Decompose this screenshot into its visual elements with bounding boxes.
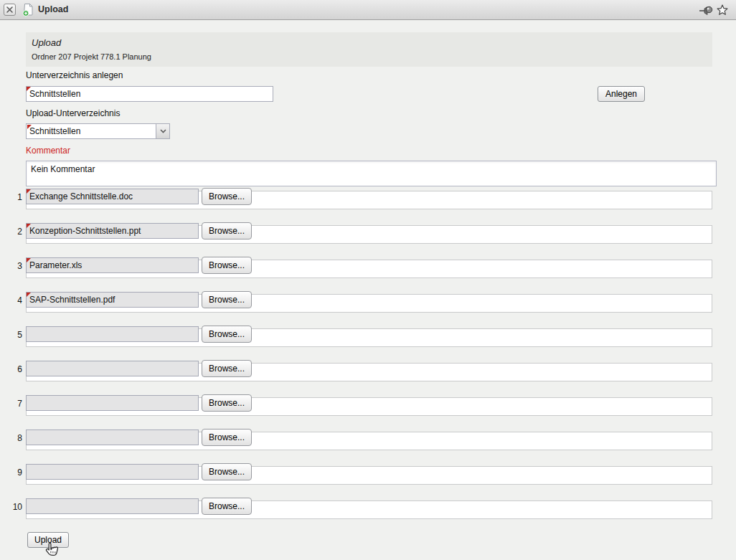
filename-input[interactable] bbox=[26, 498, 199, 514]
row-number: 2 bbox=[0, 227, 22, 237]
file-upload-row: 4 Browse... bbox=[0, 292, 717, 313]
filename-input[interactable] bbox=[26, 464, 199, 480]
kommentar-label: Kommentar bbox=[26, 146, 70, 156]
file-upload-row: 1 Browse... bbox=[0, 189, 717, 210]
browse-button[interactable]: Browse... bbox=[202, 326, 252, 343]
row-number: 4 bbox=[0, 295, 22, 305]
browse-button[interactable]: Browse... bbox=[202, 222, 252, 239]
file-upload-row: 2 Browse... bbox=[0, 223, 717, 245]
browse-button[interactable]: Browse... bbox=[202, 498, 252, 515]
file-field-wrap bbox=[26, 257, 199, 273]
subdir-create-field-wrap bbox=[26, 86, 273, 102]
filename-input[interactable] bbox=[26, 223, 199, 239]
filename-input[interactable] bbox=[26, 257, 199, 273]
file-upload-row: 7 Browse... bbox=[0, 395, 717, 417]
close-icon bbox=[6, 4, 14, 16]
file-field-wrap bbox=[26, 326, 199, 342]
file-field-wrap bbox=[26, 430, 199, 445]
file-upload-row: 10 Browse... bbox=[0, 498, 717, 520]
filename-input[interactable] bbox=[26, 292, 199, 308]
titlebar: Upload bbox=[0, 0, 736, 20]
file-field-wrap bbox=[26, 189, 199, 204]
file-field-wrap bbox=[26, 464, 199, 480]
filename-input[interactable] bbox=[26, 395, 199, 411]
file-upload-row: 6 Browse... bbox=[0, 361, 717, 382]
kommentar-textarea[interactable]: Kein Kommentar bbox=[26, 161, 717, 186]
browse-button[interactable]: Browse... bbox=[202, 394, 252, 412]
row-number: 7 bbox=[0, 399, 22, 409]
file-field-wrap bbox=[26, 223, 199, 239]
filename-input[interactable] bbox=[26, 189, 199, 204]
file-upload-row: 8 Browse... bbox=[0, 430, 717, 451]
filename-input[interactable] bbox=[26, 326, 199, 342]
subdir-create-input[interactable] bbox=[26, 86, 273, 102]
browse-button[interactable]: Browse... bbox=[202, 291, 252, 308]
form-title: Upload bbox=[32, 37, 707, 48]
add-document-icon bbox=[22, 3, 34, 16]
file-upload-row: 5 Browse... bbox=[0, 326, 717, 348]
browse-button[interactable]: Browse... bbox=[202, 360, 252, 377]
upload-button[interactable]: Upload bbox=[27, 532, 69, 548]
browse-button[interactable]: Browse... bbox=[202, 257, 252, 274]
anlegen-button[interactable]: Anlegen bbox=[598, 86, 645, 102]
upload-subdir-selected-value: Schnittstellen bbox=[29, 124, 80, 138]
browse-button[interactable]: Browse... bbox=[202, 188, 252, 205]
form-subtitle: Ordner 207 Projekt 778.1 Planung bbox=[32, 52, 707, 61]
row-number: 10 bbox=[0, 502, 22, 512]
filename-input[interactable] bbox=[26, 430, 199, 445]
close-button[interactable] bbox=[4, 4, 16, 16]
row-number: 8 bbox=[0, 433, 22, 443]
file-field-wrap bbox=[26, 498, 199, 514]
star-icon[interactable] bbox=[716, 4, 730, 16]
pin-icon[interactable] bbox=[699, 4, 713, 16]
file-field-wrap bbox=[26, 395, 199, 411]
file-upload-row: 3 Browse... bbox=[0, 257, 717, 279]
window-title: Upload bbox=[38, 0, 68, 19]
file-field-wrap bbox=[26, 292, 199, 308]
subdir-create-label: Unterverzeichnis anlegen bbox=[26, 70, 123, 80]
chevron-down-icon[interactable] bbox=[156, 124, 169, 138]
browse-button[interactable]: Browse... bbox=[202, 429, 252, 446]
row-number: 9 bbox=[0, 468, 22, 478]
row-number: 6 bbox=[0, 364, 22, 374]
browse-button[interactable]: Browse... bbox=[202, 463, 252, 480]
row-number: 3 bbox=[0, 261, 22, 271]
form-header: Upload Ordner 207 Projekt 778.1 Planung bbox=[26, 32, 712, 67]
row-number: 1 bbox=[0, 192, 22, 202]
file-field-wrap bbox=[26, 361, 199, 376]
upload-subdir-select[interactable]: Schnittstellen bbox=[26, 123, 170, 139]
row-number: 5 bbox=[0, 330, 22, 340]
file-upload-row: 9 Browse... bbox=[0, 464, 717, 485]
filename-input[interactable] bbox=[26, 361, 199, 376]
upload-subdir-label: Upload-Unterverzeichnis bbox=[26, 108, 120, 118]
